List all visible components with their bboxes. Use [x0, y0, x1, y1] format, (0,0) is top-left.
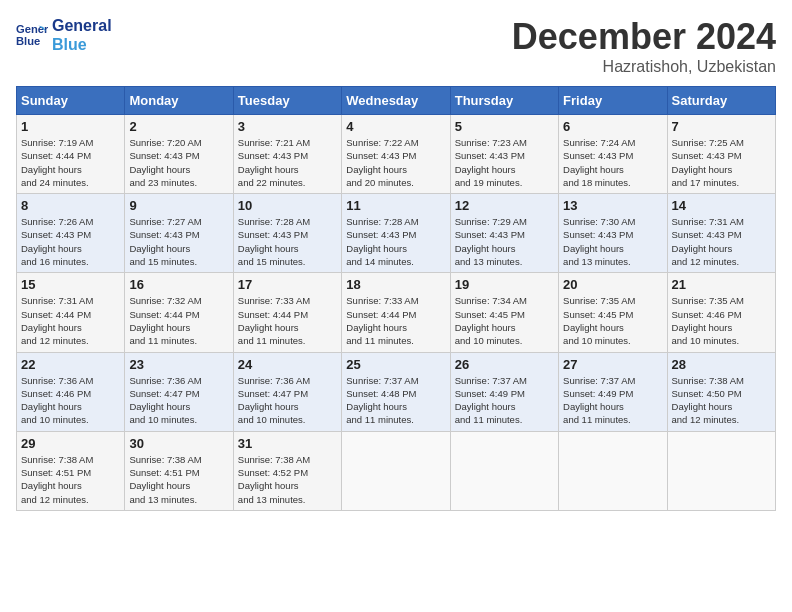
day-info: Sunrise: 7:19 AM Sunset: 4:44 PM Dayligh…: [21, 136, 120, 189]
table-row: [559, 431, 667, 510]
day-number: 9: [129, 198, 228, 213]
table-row: 31 Sunrise: 7:38 AM Sunset: 4:52 PM Dayl…: [233, 431, 341, 510]
header-monday: Monday: [125, 87, 233, 115]
table-row: [342, 431, 450, 510]
weekday-header-row: Sunday Monday Tuesday Wednesday Thursday…: [17, 87, 776, 115]
calendar-week-row: 29 Sunrise: 7:38 AM Sunset: 4:51 PM Dayl…: [17, 431, 776, 510]
table-row: 16 Sunrise: 7:32 AM Sunset: 4:44 PM Dayl…: [125, 273, 233, 352]
day-number: 15: [21, 277, 120, 292]
day-number: 27: [563, 357, 662, 372]
day-info: Sunrise: 7:34 AM Sunset: 4:45 PM Dayligh…: [455, 294, 554, 347]
day-info: Sunrise: 7:38 AM Sunset: 4:52 PM Dayligh…: [238, 453, 337, 506]
day-info: Sunrise: 7:27 AM Sunset: 4:43 PM Dayligh…: [129, 215, 228, 268]
calendar-table: Sunday Monday Tuesday Wednesday Thursday…: [16, 86, 776, 511]
day-info: Sunrise: 7:23 AM Sunset: 4:43 PM Dayligh…: [455, 136, 554, 189]
day-info: Sunrise: 7:37 AM Sunset: 4:49 PM Dayligh…: [455, 374, 554, 427]
day-number: 23: [129, 357, 228, 372]
table-row: 19 Sunrise: 7:34 AM Sunset: 4:45 PM Dayl…: [450, 273, 558, 352]
location-title: Hazratishoh, Uzbekistan: [512, 58, 776, 76]
day-info: Sunrise: 7:29 AM Sunset: 4:43 PM Dayligh…: [455, 215, 554, 268]
table-row: 6 Sunrise: 7:24 AM Sunset: 4:43 PM Dayli…: [559, 115, 667, 194]
day-info: Sunrise: 7:24 AM Sunset: 4:43 PM Dayligh…: [563, 136, 662, 189]
day-number: 6: [563, 119, 662, 134]
table-row: 3 Sunrise: 7:21 AM Sunset: 4:43 PM Dayli…: [233, 115, 341, 194]
table-row: 15 Sunrise: 7:31 AM Sunset: 4:44 PM Dayl…: [17, 273, 125, 352]
table-row: 30 Sunrise: 7:38 AM Sunset: 4:51 PM Dayl…: [125, 431, 233, 510]
table-row: [667, 431, 775, 510]
calendar-week-row: 1 Sunrise: 7:19 AM Sunset: 4:44 PM Dayli…: [17, 115, 776, 194]
table-row: 4 Sunrise: 7:22 AM Sunset: 4:43 PM Dayli…: [342, 115, 450, 194]
table-row: 14 Sunrise: 7:31 AM Sunset: 4:43 PM Dayl…: [667, 194, 775, 273]
table-row: 29 Sunrise: 7:38 AM Sunset: 4:51 PM Dayl…: [17, 431, 125, 510]
header-friday: Friday: [559, 87, 667, 115]
day-number: 10: [238, 198, 337, 213]
day-number: 24: [238, 357, 337, 372]
day-info: Sunrise: 7:38 AM Sunset: 4:51 PM Dayligh…: [129, 453, 228, 506]
day-info: Sunrise: 7:28 AM Sunset: 4:43 PM Dayligh…: [346, 215, 445, 268]
calendar-week-row: 22 Sunrise: 7:36 AM Sunset: 4:46 PM Dayl…: [17, 352, 776, 431]
table-row: 5 Sunrise: 7:23 AM Sunset: 4:43 PM Dayli…: [450, 115, 558, 194]
day-number: 17: [238, 277, 337, 292]
day-number: 1: [21, 119, 120, 134]
day-info: Sunrise: 7:32 AM Sunset: 4:44 PM Dayligh…: [129, 294, 228, 347]
table-row: 2 Sunrise: 7:20 AM Sunset: 4:43 PM Dayli…: [125, 115, 233, 194]
day-number: 2: [129, 119, 228, 134]
table-row: 26 Sunrise: 7:37 AM Sunset: 4:49 PM Dayl…: [450, 352, 558, 431]
day-info: Sunrise: 7:37 AM Sunset: 4:49 PM Dayligh…: [563, 374, 662, 427]
day-info: Sunrise: 7:36 AM Sunset: 4:46 PM Dayligh…: [21, 374, 120, 427]
logo-icon: General Blue: [16, 19, 48, 51]
svg-text:Blue: Blue: [16, 35, 40, 47]
day-number: 18: [346, 277, 445, 292]
page-header: General Blue General Blue December 2024 …: [16, 16, 776, 76]
header-tuesday: Tuesday: [233, 87, 341, 115]
day-number: 13: [563, 198, 662, 213]
svg-text:General: General: [16, 24, 48, 36]
table-row: 8 Sunrise: 7:26 AM Sunset: 4:43 PM Dayli…: [17, 194, 125, 273]
day-number: 19: [455, 277, 554, 292]
header-thursday: Thursday: [450, 87, 558, 115]
day-info: Sunrise: 7:35 AM Sunset: 4:46 PM Dayligh…: [672, 294, 771, 347]
table-row: 23 Sunrise: 7:36 AM Sunset: 4:47 PM Dayl…: [125, 352, 233, 431]
day-info: Sunrise: 7:31 AM Sunset: 4:44 PM Dayligh…: [21, 294, 120, 347]
title-block: December 2024 Hazratishoh, Uzbekistan: [512, 16, 776, 76]
day-info: Sunrise: 7:38 AM Sunset: 4:51 PM Dayligh…: [21, 453, 120, 506]
day-number: 4: [346, 119, 445, 134]
table-row: 7 Sunrise: 7:25 AM Sunset: 4:43 PM Dayli…: [667, 115, 775, 194]
table-row: 28 Sunrise: 7:38 AM Sunset: 4:50 PM Dayl…: [667, 352, 775, 431]
header-sunday: Sunday: [17, 87, 125, 115]
table-row: 9 Sunrise: 7:27 AM Sunset: 4:43 PM Dayli…: [125, 194, 233, 273]
day-number: 5: [455, 119, 554, 134]
header-saturday: Saturday: [667, 87, 775, 115]
day-info: Sunrise: 7:33 AM Sunset: 4:44 PM Dayligh…: [346, 294, 445, 347]
table-row: 11 Sunrise: 7:28 AM Sunset: 4:43 PM Dayl…: [342, 194, 450, 273]
day-info: Sunrise: 7:31 AM Sunset: 4:43 PM Dayligh…: [672, 215, 771, 268]
calendar-week-row: 8 Sunrise: 7:26 AM Sunset: 4:43 PM Dayli…: [17, 194, 776, 273]
day-info: Sunrise: 7:25 AM Sunset: 4:43 PM Dayligh…: [672, 136, 771, 189]
logo-line1: General: [52, 16, 112, 35]
day-number: 31: [238, 436, 337, 451]
day-info: Sunrise: 7:26 AM Sunset: 4:43 PM Dayligh…: [21, 215, 120, 268]
table-row: 20 Sunrise: 7:35 AM Sunset: 4:45 PM Dayl…: [559, 273, 667, 352]
day-number: 3: [238, 119, 337, 134]
day-number: 12: [455, 198, 554, 213]
day-number: 8: [21, 198, 120, 213]
table-row: 10 Sunrise: 7:28 AM Sunset: 4:43 PM Dayl…: [233, 194, 341, 273]
day-number: 28: [672, 357, 771, 372]
table-row: 17 Sunrise: 7:33 AM Sunset: 4:44 PM Dayl…: [233, 273, 341, 352]
table-row: 27 Sunrise: 7:37 AM Sunset: 4:49 PM Dayl…: [559, 352, 667, 431]
day-number: 22: [21, 357, 120, 372]
table-row: 24 Sunrise: 7:36 AM Sunset: 4:47 PM Dayl…: [233, 352, 341, 431]
table-row: 12 Sunrise: 7:29 AM Sunset: 4:43 PM Dayl…: [450, 194, 558, 273]
table-row: 1 Sunrise: 7:19 AM Sunset: 4:44 PM Dayli…: [17, 115, 125, 194]
table-row: 21 Sunrise: 7:35 AM Sunset: 4:46 PM Dayl…: [667, 273, 775, 352]
day-number: 26: [455, 357, 554, 372]
day-info: Sunrise: 7:30 AM Sunset: 4:43 PM Dayligh…: [563, 215, 662, 268]
day-info: Sunrise: 7:21 AM Sunset: 4:43 PM Dayligh…: [238, 136, 337, 189]
table-row: [450, 431, 558, 510]
day-info: Sunrise: 7:20 AM Sunset: 4:43 PM Dayligh…: [129, 136, 228, 189]
month-title: December 2024: [512, 16, 776, 58]
day-info: Sunrise: 7:36 AM Sunset: 4:47 PM Dayligh…: [129, 374, 228, 427]
day-info: Sunrise: 7:37 AM Sunset: 4:48 PM Dayligh…: [346, 374, 445, 427]
logo: General Blue General Blue: [16, 16, 112, 54]
day-number: 21: [672, 277, 771, 292]
